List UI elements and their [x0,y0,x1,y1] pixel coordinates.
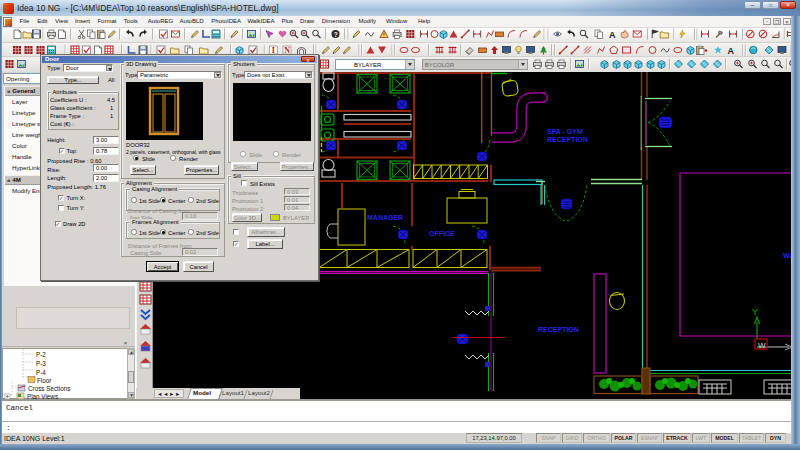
svg-text:WA: WA [783,252,791,259]
svg-text:P-2: P-2 [36,351,46,358]
svg-text:SPA - GYM: SPA - GYM [547,128,583,135]
svg-text:Cross Sections: Cross Sections [28,385,70,392]
svg-text:MANAGER: MANAGER [367,214,403,221]
svg-text:RECEPTION: RECEPTION [538,326,579,333]
svg-text:P-4: P-4 [36,369,46,376]
svg-text:Floor: Floor [37,377,51,384]
svg-text:P-3: P-3 [36,360,46,367]
svg-text:OFFICE: OFFICE [429,230,455,237]
svg-text:RECEPTION: RECEPTION [547,136,588,143]
svg-text:Y: Y [752,307,758,317]
svg-text:W: W [758,341,766,350]
